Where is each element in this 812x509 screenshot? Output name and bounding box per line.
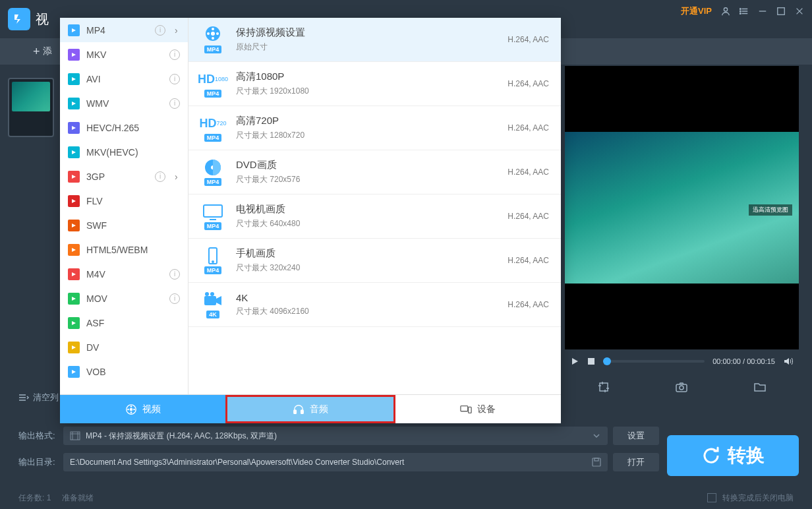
output-format-label: 输出格式:: [18, 430, 58, 442]
app-name: 视: [36, 11, 49, 28]
preset-title: 4K: [236, 292, 497, 303]
format-icon: [68, 171, 80, 183]
crop-icon[interactable]: [597, 380, 610, 394]
info-icon[interactable]: i: [155, 25, 165, 36]
volume-icon[interactable]: [783, 356, 794, 367]
vip-link[interactable]: 开通VIP: [681, 5, 712, 17]
settings-button[interactable]: 设置: [613, 427, 659, 445]
preset-icon: HD720 MP4: [200, 114, 225, 142]
preset-list[interactable]: MP4 保持源视频设置 原始尺寸 H.264, AAC HD1080 MP4 高…: [188, 18, 561, 394]
output-format-field[interactable]: MP4 - 保持源视频设置 (H.264; AAC, 128Kbps, 双声道): [63, 427, 608, 445]
watermark: 迅高清预览图: [749, 204, 792, 216]
format-item-wmv[interactable]: WMVi: [60, 91, 188, 115]
preset-item[interactable]: 4K 4K 尺寸最大 4096x2160 H.264, AAC: [188, 283, 561, 327]
output-folder-field[interactable]: E:\Document And Settings3\Administrator\…: [63, 453, 608, 471]
preset-item[interactable]: HD720 MP4 高清720P 尺寸最大 1280x720 H.264, AA…: [188, 106, 561, 150]
info-icon[interactable]: i: [155, 171, 165, 182]
preset-icon: HD1080 MP4: [200, 70, 225, 98]
preset-text: 高清720P 尺寸最大 1280x720: [236, 115, 497, 141]
folder-icon[interactable]: [753, 380, 767, 394]
format-icon: [68, 293, 80, 305]
preview-video: 迅高清预览图: [565, 66, 799, 349]
dropdown-tabs: 视频 音频 设备: [60, 394, 561, 423]
seek-bar[interactable]: [603, 360, 705, 363]
format-icon: [68, 195, 80, 207]
camera-icon[interactable]: [675, 380, 688, 394]
info-icon[interactable]: i: [169, 74, 180, 84]
format-label: HTML5/WEBM: [86, 245, 148, 255]
list-icon[interactable]: [740, 7, 749, 16]
format-item-html5webm[interactable]: HTML5/WEBM: [60, 237, 188, 262]
format-item-m4v[interactable]: M4Vi: [60, 262, 188, 286]
add-button[interactable]: +添: [33, 45, 52, 59]
preset-item[interactable]: MP4 保持源视频设置 原始尺寸 H.264, AAC: [188, 18, 561, 62]
stop-icon[interactable]: [587, 357, 595, 365]
preset-text: 电视机画质 尺寸最大 640x480: [236, 203, 497, 229]
preset-codec: H.264, AAC: [508, 167, 549, 177]
format-icon: [68, 220, 80, 231]
clear-list-button[interactable]: 清空列: [18, 392, 59, 404]
play-icon[interactable]: [570, 357, 579, 366]
svg-rect-4: [778, 8, 785, 15]
info-icon[interactable]: i: [169, 293, 180, 304]
tab-audio[interactable]: 音频: [225, 395, 395, 423]
svg-point-21: [127, 408, 129, 410]
statusbar: 任务数: 1 准备就绪 转换完成后关闭电脑: [0, 487, 812, 509]
format-item-mkv[interactable]: MKVi: [60, 42, 188, 67]
preset-subtitle: 尺寸最大 4096x2160: [236, 306, 497, 317]
preview-time: 00:00:00 / 00:00:15: [712, 357, 775, 365]
preset-item[interactable]: MP4 DVD画质 尺寸最大 720x576 H.264, AAC: [188, 150, 561, 195]
preview-frame: 迅高清预览图: [565, 132, 799, 284]
format-icon: [68, 268, 80, 280]
svg-point-9: [212, 28, 214, 30]
open-button[interactable]: 打开: [613, 453, 659, 471]
preset-text: 4K 尺寸最大 4096x2160: [236, 292, 497, 317]
svg-point-1: [740, 9, 741, 10]
info-icon[interactable]: i: [169, 269, 180, 280]
app-logo: [8, 8, 30, 30]
preset-title: 手机画质: [236, 247, 497, 260]
format-label: WMV: [86, 98, 109, 109]
user-icon[interactable]: [721, 7, 730, 16]
close-icon[interactable]: [795, 7, 804, 16]
format-item-flv[interactable]: FLV: [60, 189, 188, 213]
format-icon: [68, 342, 80, 353]
format-item-avi[interactable]: AVIi: [60, 67, 188, 91]
format-item-swf[interactable]: SWF: [60, 213, 188, 237]
preset-icon: MP4: [200, 26, 225, 53]
preset-item[interactable]: HD1080 MP4 高清1080P 尺寸最大 1920x1080 H.264,…: [188, 62, 561, 106]
svg-point-0: [724, 8, 727, 11]
preview-tools: [565, 373, 799, 401]
shutdown-checkbox[interactable]: [707, 493, 716, 502]
minimize-icon[interactable]: [758, 7, 767, 16]
tab-video-label: 视频: [142, 404, 161, 415]
preset-title: 高清1080P: [236, 71, 497, 83]
tab-device[interactable]: 设备: [395, 395, 561, 423]
preset-item[interactable]: MP4 手机画质 尺寸最大 320x240 H.264, AAC: [188, 239, 561, 283]
preset-icon: MP4: [200, 202, 225, 230]
format-item-3gp[interactable]: 3GPi›: [60, 164, 188, 189]
format-item-dv[interactable]: DV: [60, 335, 188, 359]
svg-point-2: [740, 11, 741, 12]
info-icon[interactable]: i: [169, 98, 180, 109]
file-thumbnail[interactable]: [8, 78, 54, 137]
format-type-list[interactable]: MP4i›MKViAVIiWMViHEVC/H.265MKV(HEVC)3GPi…: [60, 18, 188, 394]
svg-rect-35: [594, 458, 598, 461]
convert-button[interactable]: 转换: [667, 435, 799, 476]
format-item-hevch265[interactable]: HEVC/H.265: [60, 115, 188, 140]
format-item-mov[interactable]: MOVi: [60, 286, 188, 311]
chevron-down-icon: [592, 431, 601, 440]
svg-rect-25: [294, 409, 297, 413]
preset-codec: H.264, AAC: [508, 123, 549, 133]
maximize-icon[interactable]: [776, 7, 786, 16]
shutdown-option[interactable]: 转换完成后关闭电脑: [707, 493, 794, 504]
format-item-vob[interactable]: VOB: [60, 359, 188, 384]
preset-badge: MP4: [204, 45, 222, 53]
svg-point-17: [205, 292, 209, 296]
format-item-mp4[interactable]: MP4i›: [60, 18, 188, 42]
info-icon[interactable]: i: [169, 49, 180, 60]
preset-item[interactable]: MP4 电视机画质 尺寸最大 640x480 H.264, AAC: [188, 195, 561, 239]
tab-video[interactable]: 视频: [60, 395, 225, 423]
format-item-mkvhevc[interactable]: MKV(HEVC): [60, 140, 188, 164]
format-item-asf[interactable]: ASF: [60, 311, 188, 335]
